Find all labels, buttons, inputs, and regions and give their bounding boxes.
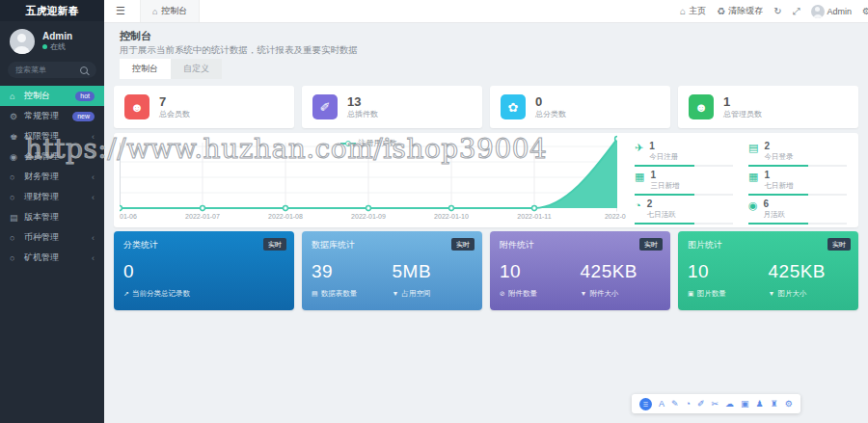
mini-stat-row: ◔2七日活跃 <box>635 198 733 219</box>
clear-cache-button[interactable]: ♻清除缓存 <box>717 5 763 17</box>
mini-stat-label: 三日新增 <box>650 181 679 190</box>
id-card-icon: ▤ <box>748 142 758 153</box>
mini-stat-text: 1三日新增 <box>650 170 679 190</box>
shirt-icon[interactable]: ♜ <box>771 399 778 409</box>
stat-card-text: 7总会员数 <box>159 95 190 119</box>
realtime-badge: 实时 <box>639 238 663 251</box>
mini-stat: ▤2今日登录 <box>748 138 847 167</box>
metric-footer-label: 附件数量 <box>508 289 537 298</box>
paperclip-icon: ⊘ <box>500 290 505 297</box>
menu-toggle-icon[interactable]: ☰ <box>116 5 125 17</box>
calendar-plus-icon: ▦ <box>748 171 758 182</box>
mini-stat-text: 2七日活跃 <box>647 198 676 219</box>
sidebar-item-label: 权限管理 <box>24 130 92 143</box>
stat-card: ☻7总会员数 <box>114 86 294 128</box>
mini-stat-text: 1七日新增 <box>764 170 793 190</box>
metric-value: 10 <box>688 261 769 281</box>
metric-column: 10▣图片数量 <box>688 261 769 299</box>
pencil-icon[interactable]: ✐ <box>697 399 705 409</box>
circle-icon: ○ <box>10 193 24 202</box>
sidebar-item-label: 矿机管理 <box>24 251 92 264</box>
sidebar-item-理财管理[interactable]: ○理财管理‹ <box>0 187 104 207</box>
metric-card-columns: 39▤数据表数量5MB▼占用空间 <box>312 261 473 299</box>
realtime-badge: 实时 <box>451 238 475 251</box>
gear-icon[interactable]: ⚙ <box>785 399 793 409</box>
clock-icon[interactable]: ◔ <box>686 399 691 409</box>
admin-dropdown[interactable]: Admin <box>811 5 853 18</box>
mini-stat: ▦1七日新增 <box>748 167 847 196</box>
sidebar-item-权限管理[interactable]: ♚权限管理‹ <box>0 126 104 146</box>
mini-stat-label: 七日活跃 <box>647 210 676 219</box>
menu-badge: new <box>72 112 95 121</box>
page-subtitle: 用于展示当前系统中的统计数据，统计报表及重要实时数据 <box>120 44 358 57</box>
metric-footer-label: 占用空间 <box>401 289 430 298</box>
metric-footer: ↗当前分类总记录数 <box>123 289 285 299</box>
chevron-left-icon: ‹ <box>92 193 95 202</box>
metric-card-title: 数据库统计 <box>312 239 355 251</box>
avatar <box>10 29 35 54</box>
stat-label: 总管理员数 <box>723 110 762 119</box>
sidebar-item-控制台[interactable]: ⌂控制台hot <box>0 86 104 106</box>
flask-icon[interactable]: ♟ <box>756 399 764 409</box>
sidebar-item-常规管理[interactable]: ⚙常规管理new <box>0 106 104 126</box>
mini-stat-text: 6月活跃 <box>764 198 786 219</box>
navbar-tab-console[interactable]: ⌂ 控制台 <box>140 0 200 22</box>
chevron-left-icon: ‹ <box>92 132 95 142</box>
admin-icon: ☻ <box>689 94 714 119</box>
cut-icon[interactable]: ✂ <box>712 399 719 409</box>
trash-icon: ♻ <box>717 6 725 16</box>
metric-column: 0↗当前分类总记录数 <box>123 261 285 299</box>
metric-value: 0 <box>123 261 285 281</box>
debug-toolbar: ☰A✎◔✐✂☁▣♟♜⚙ <box>632 394 800 413</box>
thinkphp-logo-icon[interactable]: ☰ <box>639 398 652 410</box>
metric-column: 10⊘附件数量 <box>500 261 581 299</box>
image-icon[interactable]: ▣ <box>741 399 749 409</box>
settings-gear-icon[interactable]: ⚙ <box>862 6 868 16</box>
filter-icon: ▼ <box>581 290 587 297</box>
stat-label: 总会员数 <box>159 110 190 119</box>
x-tick-label: 2022-01-09 <box>351 213 386 220</box>
stat-value: 0 <box>535 95 566 109</box>
font-icon[interactable]: A <box>659 399 665 409</box>
mini-stat-value: 2 <box>647 198 676 209</box>
metric-card-附件统计: 附件统计实时10⊘附件数量425KB▼附件大小 <box>490 231 670 310</box>
metric-footer: ⊘附件数量 <box>500 289 581 299</box>
tab-自定义[interactable]: 自定义 <box>171 59 222 79</box>
chevron-left-icon: ‹ <box>92 253 95 263</box>
wand-icon: ✐ <box>312 94 338 119</box>
tab-控制台[interactable]: 控制台 <box>120 59 171 79</box>
stat-card-text: 0总分类数 <box>535 95 566 119</box>
cloud-icon[interactable]: ☁ <box>725 399 734 409</box>
mini-stat-row: ◉6月活跃 <box>748 198 847 219</box>
metric-column: 5MB▼占用空间 <box>393 261 474 299</box>
chevron-left-icon: ‹ <box>92 233 95 243</box>
mini-stat-row: ▤2今日登录 <box>748 141 847 161</box>
sidebar-item-版本管理[interactable]: ▤版本管理 <box>0 207 104 227</box>
fullscreen-icon[interactable]: ⤢ <box>793 6 800 17</box>
sidebar-item-会员管理[interactable]: ◉会员管理‹ <box>0 146 104 167</box>
stat-card-text: 13总插件数 <box>347 95 378 119</box>
metric-card-columns: 0↗当前分类总记录数 <box>123 261 285 299</box>
mini-stats-grid: ✈1今日注册▤2今日登录▦1三日新增▦1七日新增◔2七日活跃◉6月活跃 <box>635 138 847 225</box>
brush-icon[interactable]: ✎ <box>671 399 679 409</box>
legend-marker-icon <box>340 140 356 146</box>
sidebar-item-财务管理[interactable]: ○财务管理‹ <box>0 167 104 187</box>
cogs-icon: ⚙ <box>10 112 24 121</box>
user-panel[interactable]: Admin 在线 <box>0 21 104 60</box>
user-status: 在线 <box>42 42 72 52</box>
metric-footer-label: 图片数量 <box>697 289 726 298</box>
x-tick-label: 2022-01-08 <box>268 213 303 220</box>
sidebar-search-input[interactable]: 搜索菜单 <box>8 62 96 78</box>
sidebar-item-矿机管理[interactable]: ○矿机管理‹ <box>0 248 104 268</box>
metric-card-title: 分类统计 <box>123 239 158 251</box>
sidebar-item-币种管理[interactable]: ○币种管理‹ <box>0 227 104 248</box>
mini-stat-value: 1 <box>650 170 679 180</box>
app-logo: 五虎迎新春 <box>0 0 104 21</box>
mini-stat-text: 2今日登录 <box>764 141 793 161</box>
refresh-icon[interactable]: ↻ <box>773 6 781 16</box>
metric-value: 10 <box>500 261 581 281</box>
home-link[interactable]: ⌂主页 <box>680 5 706 17</box>
x-tick-label: 2022-01-10 <box>434 213 469 220</box>
metric-value: 5MB <box>393 261 474 281</box>
image-icon: ▣ <box>688 290 694 297</box>
